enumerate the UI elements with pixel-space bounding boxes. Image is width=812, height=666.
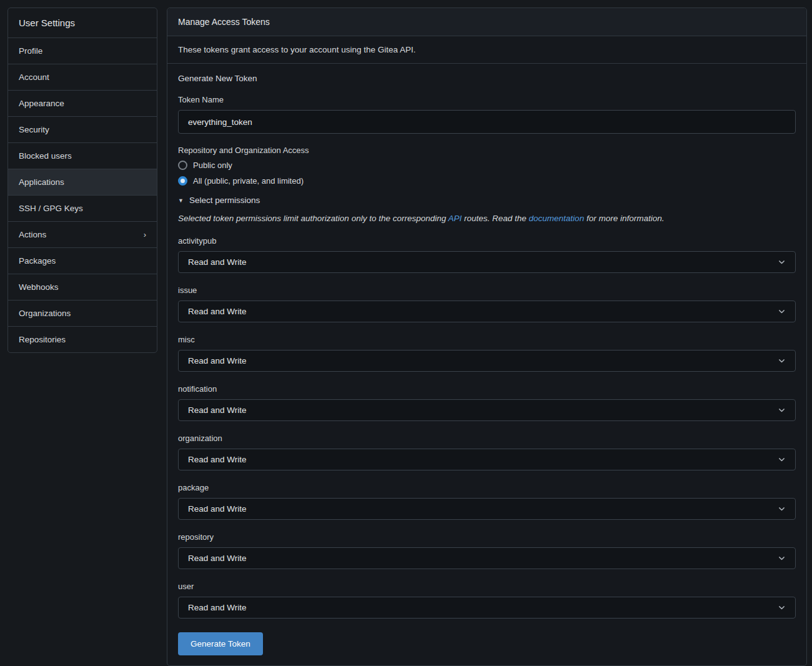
permissions-note: Selected token permissions limit authori… bbox=[178, 214, 796, 223]
documentation-link[interactable]: documentation bbox=[529, 214, 585, 223]
select-permissions-label[interactable]: Select permissions bbox=[189, 196, 260, 205]
sidebar-item-applications[interactable]: Applications bbox=[8, 169, 157, 195]
repo-org-access-label: Repository and Organization Access bbox=[178, 146, 796, 155]
sidebar-item-organizations[interactable]: Organizations bbox=[8, 300, 157, 326]
scope-select-value: Read and Write bbox=[188, 603, 247, 612]
sidebar-item-security[interactable]: Security bbox=[8, 116, 157, 142]
radio-selected-icon[interactable] bbox=[178, 176, 187, 186]
chevron-down-icon bbox=[778, 307, 786, 316]
note-text-pre: Selected token permissions limit authori… bbox=[178, 214, 448, 223]
scope-select-user[interactable]: Read and Write bbox=[178, 597, 796, 619]
chevron-down-icon bbox=[778, 406, 786, 414]
scope-label-repository: repository bbox=[178, 532, 796, 542]
scope-label-organization: organization bbox=[178, 434, 796, 443]
generate-new-token-heading: Generate New Token bbox=[178, 74, 796, 83]
radio-option-all[interactable]: All (public, private, and limited) bbox=[178, 176, 304, 186]
chevron-right-icon: › bbox=[144, 231, 146, 239]
scope-select-misc[interactable]: Read and Write bbox=[178, 350, 796, 372]
radio-label-all[interactable]: All (public, private, and limited) bbox=[193, 176, 304, 186]
scope-select-organization[interactable]: Read and Write bbox=[178, 449, 796, 470]
scope-label-package: package bbox=[178, 483, 796, 492]
scope-group-misc: misc Read and Write bbox=[178, 335, 796, 372]
scope-group-activitypub: activitypub Read and Write bbox=[178, 236, 796, 273]
scope-select-value: Read and Write bbox=[188, 405, 247, 415]
scope-select-value: Read and Write bbox=[188, 554, 247, 563]
sidebar-item-appearance[interactable]: Appearance bbox=[8, 90, 157, 116]
chevron-down-icon bbox=[778, 604, 786, 612]
scope-group-repository: repository Read and Write bbox=[178, 532, 796, 569]
sidebar-title: User Settings bbox=[8, 8, 157, 37]
scope-label-misc: misc bbox=[178, 335, 796, 344]
sidebar-item-webhooks[interactable]: Webhooks bbox=[8, 274, 157, 300]
scope-group-issue: issue Read and Write bbox=[178, 286, 796, 322]
api-link[interactable]: API bbox=[448, 214, 462, 223]
scope-label-issue: issue bbox=[178, 286, 796, 295]
radio-option-public-only[interactable]: Public only bbox=[178, 161, 232, 170]
sidebar-item-account[interactable]: Account bbox=[8, 64, 157, 90]
settings-page: User Settings Profile Account Appearance… bbox=[0, 0, 812, 666]
scope-label-activitypub: activitypub bbox=[178, 236, 796, 246]
scope-select-notification[interactable]: Read and Write bbox=[178, 399, 796, 421]
token-name-label: Token Name bbox=[178, 95, 796, 104]
sidebar-item-ssh-gpg-keys[interactable]: SSH / GPG Keys bbox=[8, 195, 157, 221]
scope-label-user: user bbox=[178, 582, 796, 591]
sidebar-item-profile[interactable]: Profile bbox=[8, 37, 157, 64]
chevron-down-icon bbox=[778, 258, 786, 266]
scope-select-activitypub[interactable]: Read and Write bbox=[178, 251, 796, 273]
scope-group-user: user Read and Write bbox=[178, 582, 796, 619]
scope-group-organization: organization Read and Write bbox=[178, 434, 796, 470]
scope-select-value: Read and Write bbox=[188, 307, 247, 316]
scope-select-value: Read and Write bbox=[188, 356, 247, 365]
chevron-down-icon bbox=[778, 554, 786, 562]
generate-token-button[interactable]: Generate Token bbox=[178, 632, 263, 655]
chevron-down-icon bbox=[778, 455, 786, 464]
scope-group-notification: notification Read and Write bbox=[178, 384, 796, 421]
radio-label-public-only[interactable]: Public only bbox=[193, 161, 232, 170]
note-text-post: for more information. bbox=[584, 214, 664, 223]
scope-select-value: Read and Write bbox=[188, 455, 247, 464]
sidebar-item-packages[interactable]: Packages bbox=[8, 247, 157, 274]
radio-unselected-icon[interactable] bbox=[178, 161, 187, 170]
scope-label-notification: notification bbox=[178, 384, 796, 394]
scope-select-package[interactable]: Read and Write bbox=[178, 498, 796, 520]
panel-title: Manage Access Tokens bbox=[167, 8, 806, 36]
settings-sidebar: User Settings Profile Account Appearance… bbox=[7, 7, 157, 353]
scope-select-repository[interactable]: Read and Write bbox=[178, 547, 796, 569]
scope-select-issue[interactable]: Read and Write bbox=[178, 301, 796, 322]
token-name-input[interactable] bbox=[178, 110, 796, 134]
chevron-down-icon bbox=[778, 505, 786, 513]
note-text-mid: routes. Read the bbox=[462, 214, 528, 223]
scope-select-value: Read and Write bbox=[188, 504, 247, 514]
chevron-down-icon bbox=[778, 357, 786, 365]
sidebar-item-blocked-users[interactable]: Blocked users bbox=[8, 142, 157, 169]
select-permissions-toggle[interactable]: ▼ Select permissions bbox=[178, 196, 260, 205]
manage-access-tokens-panel: Manage Access Tokens These tokens grant … bbox=[167, 7, 807, 666]
scope-select-value: Read and Write bbox=[188, 257, 247, 267]
caret-down-icon: ▼ bbox=[178, 197, 184, 204]
scope-group-package: package Read and Write bbox=[178, 483, 796, 520]
sidebar-item-repositories[interactable]: Repositories bbox=[8, 326, 157, 352]
sidebar-item-actions[interactable]: Actions › bbox=[8, 221, 157, 247]
generate-token-form: Generate New Token Token Name Repository… bbox=[167, 64, 806, 665]
panel-description: These tokens grant access to your accoun… bbox=[167, 36, 806, 64]
